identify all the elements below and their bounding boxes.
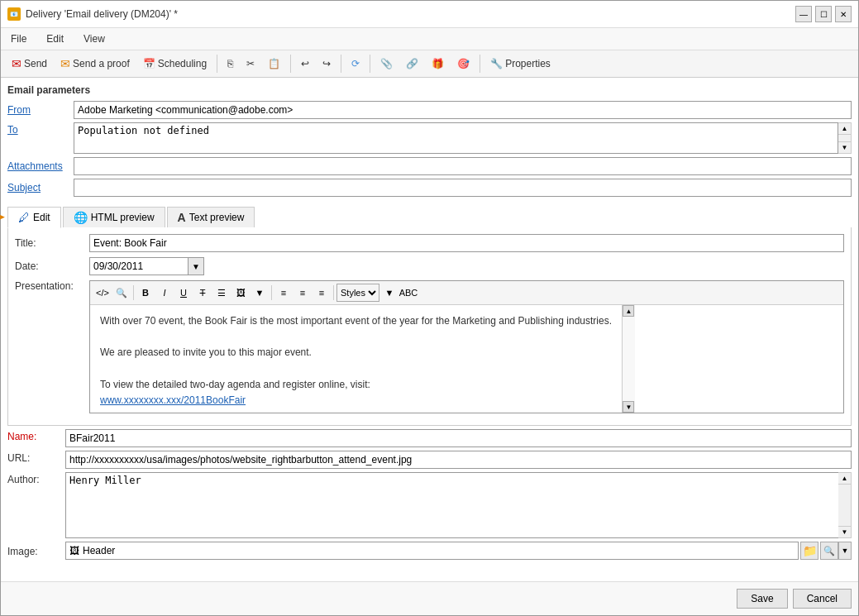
from-label[interactable]: From: [7, 104, 74, 116]
date-input[interactable]: [89, 257, 189, 275]
subject-input[interactable]: [74, 179, 852, 197]
tab-text-label: Text preview: [189, 212, 245, 223]
edit-panel: Title: Date: ▼ Presentation: </>: [7, 227, 852, 426]
author-scroll-track: [838, 485, 851, 526]
tab-edit[interactable]: 🖊 Edit: [7, 207, 61, 228]
window-title: Delivery 'Email delivery (DM204)' *: [26, 8, 178, 20]
cancel-button[interactable]: Cancel: [793, 589, 852, 609]
email-parameters-header: Email parameters: [7, 84, 852, 96]
undo-button[interactable]: ↩: [295, 55, 315, 73]
menu-file[interactable]: File: [7, 31, 30, 46]
redo-button[interactable]: ↪: [317, 55, 336, 73]
attachments-row: Attachments: [7, 157, 852, 175]
cut-button[interactable]: ✂: [241, 55, 260, 73]
date-input-wrap: ▼: [89, 257, 204, 275]
paste-button[interactable]: 📋: [262, 55, 286, 73]
menu-edit[interactable]: Edit: [43, 31, 67, 46]
image-search-button[interactable]: 🔍: [820, 542, 838, 560]
rte-sep-2: [271, 285, 272, 300]
subject-row: Subject: [7, 179, 852, 197]
rte-align-center-btn[interactable]: ≡: [293, 284, 312, 302]
rte-align-left-btn[interactable]: ≡: [274, 284, 293, 302]
menu-view[interactable]: View: [80, 31, 108, 46]
toolbar-separator-2: [290, 55, 291, 73]
link-icon: 🔗: [406, 58, 418, 69]
image-dropdown-button[interactable]: ▼: [838, 542, 852, 560]
image-folder-button[interactable]: 📁: [800, 542, 818, 560]
refresh-icon: ⟳: [351, 58, 360, 69]
image-row: Image: 🖼 Header 📁 🔍 ▼: [7, 542, 852, 560]
attach-button[interactable]: 📎: [375, 55, 398, 73]
tabs-area: ➤ 🖊 Edit 🌐 HTML preview A Text preview: [7, 207, 852, 227]
title-label: Title:: [15, 237, 89, 249]
present-button[interactable]: 🎁: [426, 55, 450, 73]
rte-source-btn[interactable]: </>: [93, 284, 112, 302]
link-button[interactable]: 🔗: [400, 55, 424, 73]
send-button[interactable]: ✉ Send: [6, 54, 53, 74]
calendar-icon: 📅: [143, 58, 155, 69]
content-link[interactable]: www.xxxxxxxx.xxx/2011BookFair: [100, 394, 246, 406]
author-scroll-up[interactable]: ▲: [838, 473, 851, 485]
to-scroll-down[interactable]: ▼: [838, 141, 851, 153]
maximize-button[interactable]: ☐: [815, 6, 832, 22]
toolbar: ✉ Send ✉ Send a proof 📅 Scheduling ⎘ ✂ 📋…: [1, 50, 858, 78]
close-button[interactable]: ✕: [835, 6, 852, 22]
rte-list-btn[interactable]: ☰: [212, 284, 231, 302]
date-picker-button[interactable]: ▼: [189, 257, 204, 275]
attachments-input[interactable]: [74, 157, 852, 175]
send-icon: ✉: [12, 57, 21, 70]
text-tab-icon: A: [178, 211, 186, 224]
title-row: Title:: [15, 234, 844, 252]
rte-align-right-btn[interactable]: ≡: [313, 284, 331, 302]
title-bar: 📧 Delivery 'Email delivery (DM204)' * — …: [1, 1, 858, 28]
menu-bar: File Edit View: [1, 28, 858, 50]
rte-sep-3: [333, 285, 334, 300]
save-button[interactable]: Save: [737, 589, 787, 609]
paste-icon: 📋: [268, 58, 280, 69]
refresh-button[interactable]: ⟳: [346, 55, 365, 73]
rte-toolbar: </> 🔍 B I U T ☰ 🖼 ▼ ≡ ≡ ≡: [90, 281, 843, 305]
author-input[interactable]: [65, 472, 852, 538]
rte-image-insert-btn[interactable]: 🖼: [231, 284, 250, 302]
rte-scroll-down[interactable]: ▼: [623, 401, 634, 413]
rte-spellcheck-btn[interactable]: ABC: [399, 284, 418, 302]
rte-content[interactable]: With over 70 event, the Book Fair is the…: [90, 305, 622, 413]
to-label[interactable]: To: [7, 122, 74, 136]
title-input[interactable]: [89, 234, 844, 252]
name-input[interactable]: [65, 429, 852, 447]
rte-italic-btn[interactable]: I: [155, 284, 174, 302]
tab-text-preview[interactable]: A Text preview: [167, 207, 255, 227]
rte-strikethrough-btn[interactable]: T: [193, 284, 212, 302]
rte-dropdown-btn[interactable]: ▼: [380, 284, 398, 302]
from-input[interactable]: [74, 101, 852, 119]
undo-icon: ↩: [301, 58, 309, 69]
bottom-buttons-bar: Save Cancel: [1, 581, 858, 615]
subject-label[interactable]: Subject: [7, 182, 74, 193]
rte-styles-select[interactable]: Styles: [336, 284, 379, 302]
attachments-label[interactable]: Attachments: [7, 160, 74, 172]
toolbar-separator-5: [480, 55, 480, 73]
rte-scroll-up[interactable]: ▲: [623, 305, 634, 317]
properties-icon: 🔧: [490, 58, 503, 69]
author-scroll-down[interactable]: ▼: [838, 526, 851, 537]
to-input[interactable]: [74, 122, 838, 154]
name-label: Name:: [7, 429, 65, 442]
rte-bold-btn[interactable]: B: [136, 284, 155, 302]
url-input[interactable]: [65, 451, 852, 469]
rte-image-dropdown-btn[interactable]: ▼: [251, 284, 269, 302]
properties-button[interactable]: 🔧 Properties: [484, 55, 556, 73]
rte-underline-btn[interactable]: U: [174, 284, 193, 302]
extra-button[interactable]: 🎯: [451, 55, 475, 73]
date-row: Date: ▼: [15, 257, 844, 275]
date-label: Date:: [15, 260, 89, 272]
rte-find-btn[interactable]: 🔍: [112, 284, 131, 302]
to-input-wrap: ▲ ▼: [74, 122, 852, 154]
image-label: Image:: [7, 544, 65, 557]
copy-button[interactable]: ⎘: [222, 55, 239, 73]
send-proof-button[interactable]: ✉ Send a proof: [55, 54, 136, 74]
to-scroll-up[interactable]: ▲: [838, 123, 851, 135]
tab-html-preview[interactable]: 🌐 HTML preview: [63, 207, 165, 227]
scheduling-button[interactable]: 📅 Scheduling: [137, 55, 212, 73]
minimize-button[interactable]: —: [795, 6, 812, 22]
author-field-wrap: ▲ ▼: [65, 472, 852, 538]
